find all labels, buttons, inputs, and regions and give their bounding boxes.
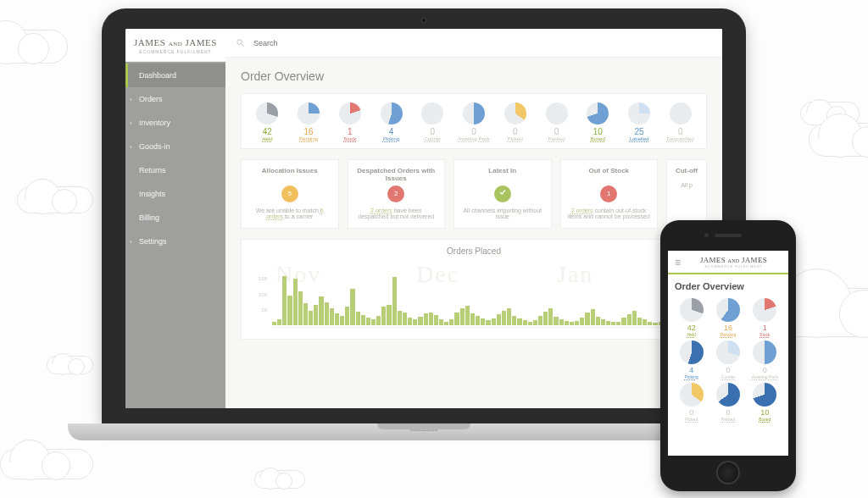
order-status-pies-mobile: 42Held16Pending1Stuck4Picking0Courier0Aw…: [675, 298, 782, 422]
sidebar-item-returns[interactable]: Returns: [125, 158, 225, 182]
status-pie[interactable]: 4Picking: [675, 340, 708, 379]
bar: [606, 321, 610, 325]
status-link[interactable]: 2 orders: [571, 208, 593, 213]
bar: [371, 319, 376, 325]
bar: [570, 322, 574, 325]
bar: [293, 279, 298, 325]
status-title: Latest In: [461, 167, 544, 182]
pie-count: 0: [455, 128, 493, 136]
status-pie[interactable]: 0Awaiting Pack: [748, 340, 782, 379]
pie-count: 42: [675, 324, 708, 332]
pie-icon: [628, 102, 650, 125]
bar: [340, 316, 344, 325]
bar: [277, 319, 281, 325]
pie-label: Pending: [711, 332, 744, 337]
pie-count: 0: [414, 128, 452, 136]
sidebar-item-label: Goods-in: [139, 142, 170, 151]
sidebar-item-orders[interactable]: ›Orders: [125, 87, 225, 111]
pie-count: 25: [620, 128, 659, 136]
pie-label: Awaiting Pack: [455, 136, 493, 141]
bar: [287, 296, 292, 325]
sidebar: JAMES AND JAMES ECOMMERCE FULFILMENT Das…: [125, 29, 225, 408]
bar: [543, 312, 548, 325]
pie-label: Picking: [372, 136, 410, 141]
status-pie[interactable]: 0Packed: [711, 383, 744, 422]
sidebar-item-dashboard[interactable]: Dashboard: [125, 64, 225, 87]
bar: [345, 307, 349, 325]
status-link[interactable]: 2 orders: [370, 208, 392, 213]
bar: [376, 316, 381, 325]
status-text: 2 orders have been despatched but not de…: [355, 208, 438, 219]
bar: [565, 321, 569, 325]
bar: [282, 276, 287, 325]
pie-label: Packed: [537, 136, 576, 141]
bar: [528, 322, 532, 325]
status-pie[interactable]: 16Pending: [288, 102, 330, 141]
bar: [517, 318, 521, 325]
pie-count: 42: [248, 128, 287, 136]
bar: [470, 313, 475, 325]
sidebar-item-billing[interactable]: Billing: [125, 206, 225, 230]
status-pie[interactable]: 0Courier: [711, 340, 744, 379]
chevron-right-icon: ›: [130, 143, 132, 151]
status-cards-row: Allocation Issues5We are unable to match…: [241, 159, 707, 229]
svg-point-0: [237, 40, 242, 45]
status-pie[interactable]: 0Awaiting Pack: [453, 102, 495, 141]
sidebar-item-settings[interactable]: ›Settings: [125, 230, 225, 253]
bar: [637, 318, 642, 325]
pie-icon: [587, 102, 609, 125]
home-button[interactable]: [716, 461, 740, 484]
status-pie[interactable]: 0Despatched: [659, 102, 701, 141]
sidebar-item-inventory[interactable]: ›Inventory: [125, 111, 225, 135]
chevron-right-icon: ›: [130, 238, 132, 246]
pie-label: Boxed: [748, 417, 782, 422]
chevron-right-icon: ›: [130, 96, 132, 103]
pie-count: 0: [711, 409, 744, 417]
status-text: All channels importing without issue: [461, 208, 544, 219]
bar: [611, 322, 615, 325]
status-badge: 5: [281, 185, 298, 202]
bar: [356, 312, 360, 325]
pie-icon: [339, 102, 361, 125]
sidebar-item-label: Settings: [139, 237, 167, 246]
bar: [439, 319, 443, 325]
status-pie[interactable]: 10Boxed: [577, 102, 619, 141]
search-input[interactable]: [253, 39, 712, 47]
bar: [648, 322, 652, 325]
pie-icon: [680, 383, 704, 407]
sidebar-item-goods-in[interactable]: ›Goods-in: [125, 135, 225, 158]
status-link[interactable]: 6 orders: [266, 208, 324, 219]
pie-count: 0: [675, 409, 708, 417]
bar: [507, 308, 511, 325]
status-pie[interactable]: 1Stuck: [329, 102, 370, 141]
bar: [601, 319, 605, 325]
pie-icon: [753, 340, 776, 364]
bar: [413, 319, 417, 325]
menu-icon[interactable]: ≡: [675, 257, 681, 268]
status-pie[interactable]: 0Picked: [494, 102, 536, 141]
bar: [387, 305, 391, 325]
status-pie[interactable]: 1Stuck: [748, 298, 782, 337]
bar: [575, 321, 579, 325]
sidebar-item-insights[interactable]: Insights: [125, 182, 225, 206]
status-pie[interactable]: 4Picking: [370, 102, 412, 141]
bar: [616, 322, 620, 325]
status-pie[interactable]: 16Pending: [711, 298, 744, 337]
status-pie[interactable]: 0Courier: [412, 102, 453, 141]
sidebar-item-label: Billing: [139, 213, 159, 222]
bar: [381, 307, 386, 325]
bar: [523, 320, 527, 325]
page-title: Order Overview: [675, 281, 782, 291]
status-pie[interactable]: 25Labelled: [619, 102, 660, 141]
pie-label: Held: [675, 332, 708, 337]
pie-icon: [504, 102, 526, 125]
status-pie[interactable]: 0Picked: [675, 383, 708, 422]
y-tick: 50: [261, 307, 267, 313]
page-title: Order Overview: [241, 69, 707, 83]
status-pie[interactable]: 0Packed: [536, 102, 577, 141]
status-pie[interactable]: 10Boxed: [748, 383, 782, 422]
bar: [434, 315, 438, 325]
sidebar-item-label: Returns: [139, 166, 166, 174]
status-pie[interactable]: 42Held: [675, 298, 708, 337]
status-pie[interactable]: 42Held: [247, 102, 288, 141]
